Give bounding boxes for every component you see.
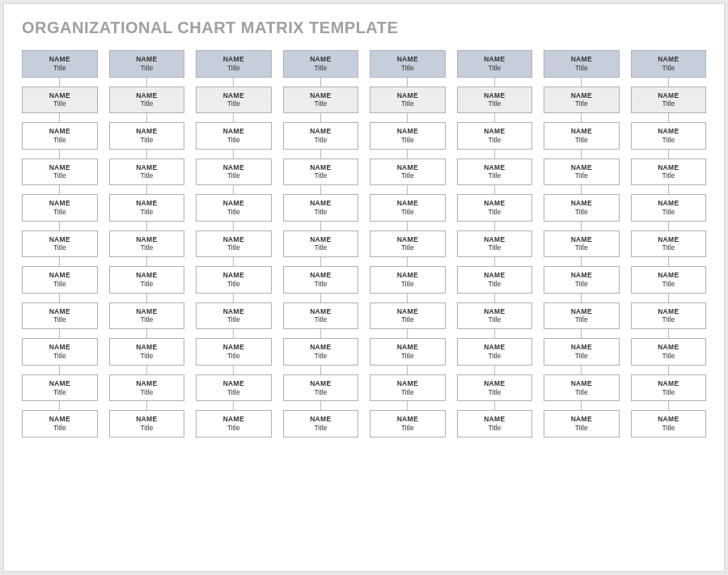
connector-line [146, 222, 147, 230]
org-box-name: NAME [459, 308, 531, 316]
org-box: NAMETitle [370, 122, 446, 150]
org-box: NAMETitle [196, 87, 272, 114]
connector-line [59, 185, 60, 194]
org-box: NAMETitle [457, 302, 533, 330]
org-box-title: Title [459, 425, 531, 433]
org-box-title: Title [112, 137, 183, 145]
org-box: NAMETitle [22, 194, 98, 222]
org-box-name: NAME [372, 200, 443, 208]
org-box-title: Title [286, 353, 357, 361]
org-box-name: NAME [546, 236, 617, 244]
org-box-title: Title [633, 100, 705, 108]
connector-line [233, 401, 234, 410]
org-box-name: NAME [546, 92, 617, 100]
org-box: NAMETitle [457, 410, 533, 438]
connector-line [407, 113, 408, 122]
org-box-title: Title [459, 100, 531, 108]
org-box-title: Title [372, 172, 443, 180]
org-box-title: Title [459, 209, 531, 217]
org-box: NAMETitle [22, 410, 98, 438]
org-box-title: Title [633, 65, 705, 73]
org-box: NAMETitle [22, 87, 98, 114]
org-box: NAMETitle [631, 230, 707, 258]
org-box-name: NAME [633, 416, 705, 424]
org-box-title: Title [112, 389, 183, 397]
org-box-title: Title [198, 281, 269, 289]
org-box: NAMETitle [544, 410, 620, 438]
org-box: NAMETitle [370, 410, 446, 438]
org-box: NAMETitle [109, 266, 185, 294]
template-page: ORGANIZATIONAL CHART MATRIX TEMPLATE NAM… [3, 3, 725, 572]
org-box-name: NAME [24, 92, 95, 100]
org-box: NAMETitle [457, 230, 533, 258]
org-box-title: Title [459, 172, 531, 180]
connector-line [320, 329, 321, 338]
org-box: NAMETitle [283, 159, 359, 186]
org-box-name: NAME [633, 308, 705, 316]
org-box: NAMETitle [196, 230, 272, 258]
org-box-name: NAME [546, 344, 617, 352]
connector-line [407, 329, 408, 338]
org-box-name: NAME [459, 128, 531, 136]
org-chart-matrix: NAMETitleNAMETitleNAMETitleNAMETitleNAME… [22, 50, 706, 438]
connector-line [320, 222, 321, 230]
matrix-column: NAMETitleNAMETitleNAMETitleNAMETitleNAME… [283, 50, 359, 438]
org-box-name: NAME [286, 272, 357, 280]
org-box: NAMETitle [22, 50, 98, 78]
org-box-name: NAME [546, 380, 617, 388]
org-box: NAMETitle [631, 159, 707, 186]
org-box-title: Title [372, 137, 443, 145]
org-box-name: NAME [24, 380, 95, 388]
org-box: NAMETitle [283, 194, 359, 222]
org-box-name: NAME [459, 164, 531, 172]
org-box-title: Title [286, 389, 357, 397]
org-box-name: NAME [459, 236, 531, 244]
org-box: NAMETitle [109, 338, 185, 366]
org-box-name: NAME [24, 236, 95, 244]
org-box-title: Title [372, 100, 443, 108]
org-box-name: NAME [546, 56, 617, 64]
org-box-title: Title [24, 425, 95, 433]
org-box-title: Title [633, 425, 705, 433]
org-box-name: NAME [286, 344, 357, 352]
org-box: NAMETitle [457, 122, 533, 150]
connector-line [668, 257, 669, 266]
org-box-title: Title [633, 389, 705, 397]
org-box: NAMETitle [544, 230, 620, 258]
org-box: NAMETitle [631, 410, 707, 438]
org-box-name: NAME [372, 272, 443, 280]
org-box-title: Title [198, 244, 269, 252]
org-box-name: NAME [24, 164, 95, 172]
connector-line [233, 329, 234, 338]
org-box: NAMETitle [109, 194, 185, 222]
org-box: NAMETitle [283, 410, 359, 438]
org-box: NAMETitle [196, 122, 272, 150]
org-box-name: NAME [112, 380, 183, 388]
org-box-title: Title [372, 425, 443, 433]
connector-line [407, 150, 408, 159]
connector-line [59, 78, 60, 87]
org-box-name: NAME [198, 380, 269, 388]
connector-line [233, 78, 234, 87]
org-box-title: Title [546, 100, 617, 108]
org-box-name: NAME [198, 56, 269, 64]
org-box-name: NAME [633, 164, 705, 172]
org-box-title: Title [24, 389, 95, 397]
org-box-name: NAME [372, 236, 443, 244]
org-box-title: Title [286, 316, 357, 324]
org-box-title: Title [24, 281, 95, 289]
org-box-name: NAME [546, 272, 617, 280]
org-box-name: NAME [633, 236, 705, 244]
connector-line [494, 257, 495, 266]
connector-line [59, 150, 60, 159]
connector-line [668, 401, 669, 410]
org-box-name: NAME [633, 380, 705, 388]
connector-line [320, 257, 321, 266]
org-box-name: NAME [459, 272, 531, 280]
org-box-title: Title [198, 209, 269, 217]
org-box-title: Title [198, 172, 269, 180]
connector-line [407, 366, 408, 374]
connector-line [494, 222, 495, 230]
connector-line [494, 401, 495, 410]
org-box-title: Title [633, 172, 705, 180]
